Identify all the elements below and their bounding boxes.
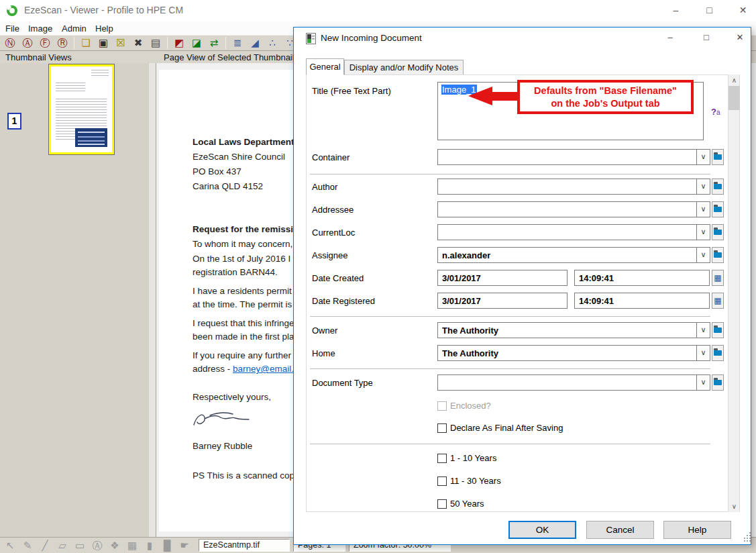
thumbnail-view-icon[interactable]: ≣ [229,36,246,50]
date-registered-time-input[interactable] [574,293,710,309]
print-icon[interactable]: ▤ [148,36,164,50]
move-page-back-icon[interactable]: ◩ [171,36,187,50]
years-1-10-checkbox[interactable] [437,454,447,463]
maximize-button[interactable]: □ [694,0,724,20]
despeckle-icon[interactable]: ∴ [264,36,280,50]
close-button[interactable]: ✕ [728,0,756,20]
deskew-icon[interactable]: ◢ [247,36,263,50]
delete-page-icon[interactable]: ✖ [130,36,146,50]
callout-line-2: on the Job's Output tab [551,97,659,110]
spellcheck-icon[interactable]: ?a [711,107,720,117]
hand-icon: ☛ [176,539,193,552]
group-separator [310,316,710,317]
years-50-checkbox[interactable] [437,499,447,509]
owner-dropdown-button[interactable]: ∨ [696,322,710,338]
document-type-kwikselect-button[interactable] [712,374,724,391]
folder-icon [714,154,722,160]
years-11-30-checkbox[interactable] [437,476,447,486]
author-kwikselect-button[interactable] [712,179,724,195]
assignee-input[interactable] [437,247,697,263]
date-created-calendar-button[interactable]: ▦ [712,270,724,286]
addressee-label: Addressee [312,205,354,215]
declare-final-checkbox[interactable] [437,423,447,433]
menu-admin[interactable]: Admin [58,22,91,35]
close-file-icon[interactable]: ☒ [113,36,129,50]
chevron-down-icon: ∨ [700,378,706,386]
tab-display-modify-notes[interactable]: Display and/or Modify Notes [344,60,464,75]
dialog-minimize-button[interactable]: – [656,28,684,48]
years-11-30-checkbox-row[interactable]: 11 - 30 Years [437,476,501,486]
thumbnail-address-lines [91,70,109,78]
currentloc-kwikselect-button[interactable] [712,224,724,240]
save-file-icon[interactable]: ▣ [95,36,111,50]
enclosed-checkbox-row: Enclosed? [437,401,491,411]
home-input[interactable] [437,345,697,361]
date-created-label: Date Created [312,273,364,283]
scan-new-icon[interactable]: Ⓝ [2,36,18,50]
group-separator [310,444,710,444]
dialog-maximize-button[interactable]: □ [692,28,720,48]
thumbnail-page-1[interactable] [49,64,114,154]
container-kwikselect-button[interactable] [712,149,724,165]
tab-general[interactable]: General [306,58,344,75]
calendar-icon: ▦ [714,274,721,282]
assignee-label: Assignee [312,250,347,260]
container-input[interactable] [437,149,697,165]
thumbnail-scrollbar[interactable] [149,63,156,537]
resize-grip[interactable] [744,538,745,539]
author-dropdown-button[interactable]: ∨ [696,179,710,195]
scrollbar-thumb[interactable] [728,86,740,110]
chevron-down-icon: ∨ [700,228,706,236]
home-kwikselect-button[interactable] [712,345,724,361]
home-dropdown-button[interactable]: ∨ [696,345,710,361]
scan-front-icon[interactable]: Ⓕ [37,36,53,50]
menu-file[interactable]: File [1,22,23,35]
declare-final-checkbox-row[interactable]: Declare As Final After Saving [437,423,563,433]
folder-icon [714,380,722,385]
move-page-forward-icon[interactable]: ◪ [188,36,205,50]
scroll-up-icon[interactable]: ∧ [728,74,740,86]
years-50-checkbox-row[interactable]: 50 Years [437,499,484,509]
document-type-dropdown-button[interactable]: ∨ [696,374,710,391]
author-input[interactable] [437,179,697,195]
assignee-kwikselect-button[interactable] [712,247,724,263]
scan-rear-icon[interactable]: Ⓡ [54,36,70,50]
date-registered-date-input[interactable] [437,293,568,309]
swap-pages-icon[interactable]: ⇄ [206,36,222,50]
years-11-30-label: 11 - 30 Years [450,476,501,486]
menu-image[interactable]: Image [24,22,56,35]
thumbnail-permit-badge [75,128,107,147]
chevron-down-icon: ∨ [700,250,706,258]
rectangle-icon: ▭ [72,539,88,552]
author-label: Author [312,182,337,192]
date-registered-calendar-button[interactable]: ▦ [712,293,724,309]
minimize-button[interactable]: – [661,0,691,20]
container-dropdown-button[interactable]: ∨ [696,149,710,165]
addressee-input[interactable] [437,201,697,217]
document-type-label: Document Type [312,378,373,388]
declare-final-label: Declare As Final After Saving [450,423,563,433]
scroll-down-icon[interactable]: ∨ [728,501,740,512]
document-type-input[interactable] [437,374,697,391]
date-created-date-input[interactable] [437,270,568,286]
assignee-dropdown-button[interactable]: ∨ [696,247,710,263]
owner-kwikselect-button[interactable] [712,322,724,338]
currentloc-input[interactable] [437,224,697,240]
owner-input[interactable] [437,322,697,338]
menu-help[interactable]: Help [91,22,117,35]
addressee-dropdown-button[interactable]: ∨ [696,201,710,217]
help-button[interactable]: Help [663,521,731,539]
scan-append-icon[interactable]: Ⓐ [19,36,36,50]
date-created-time-input[interactable] [574,270,710,286]
dialog-scrollbar[interactable]: ∧ ∨ [728,74,739,512]
ok-button[interactable]: OK [508,521,576,539]
text-annotation-icon: Ⓐ [89,539,105,552]
addressee-kwikselect-button[interactable] [712,201,724,217]
chevron-down-icon: ∨ [700,205,706,213]
open-file-icon[interactable]: ❏ [78,36,94,50]
years-1-10-checkbox-row[interactable]: 1 - 10 Years [437,453,496,463]
cancel-button[interactable]: Cancel [586,521,654,539]
currentloc-dropdown-button[interactable]: ∨ [696,224,710,240]
dialog-close-button[interactable]: ✕ [726,28,754,48]
callout-line-1: Defaults from "Base Filename" [534,85,677,97]
